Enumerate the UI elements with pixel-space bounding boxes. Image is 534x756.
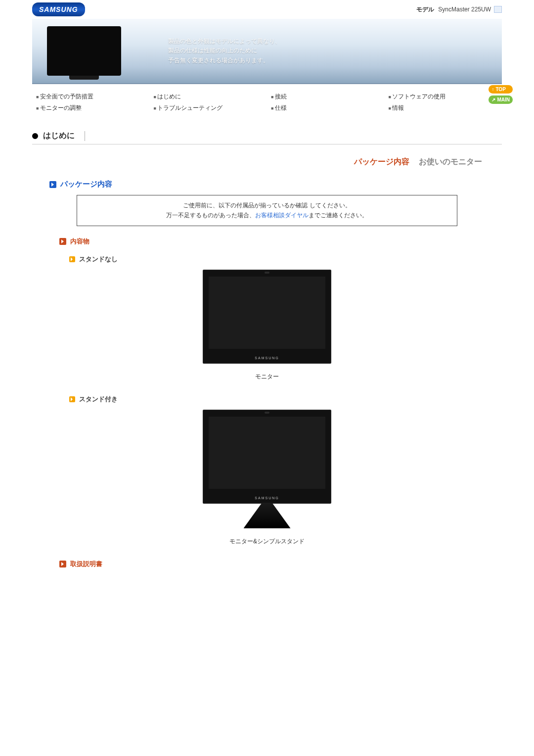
nav-connect[interactable]: 接続 [271, 91, 381, 102]
hero-monitor-image [47, 26, 121, 76]
main-button-label: MAIN [497, 97, 510, 102]
heading-package-text: パッケージ内容 [60, 180, 112, 189]
main-nav: 安全面での予防措置 モニターの調整 はじめに トラブルシューティング 接続 仕様… [32, 84, 502, 121]
monitor-brand-label: SAMSUNG [255, 356, 279, 360]
notice-line2: 万一不足するものがあった場合、お客様相談ダイヤルまでご連絡ください。 [87, 210, 447, 220]
arrow-up-icon: ↑ [491, 87, 494, 92]
main-button[interactable]: ↗ MAIN [489, 95, 513, 104]
model-dropdown-icon[interactable] [494, 6, 502, 13]
samsung-logo: SAMSUNG [32, 2, 85, 16]
nav-safety[interactable]: 安全面での予防措置 [36, 91, 146, 102]
hero-line: 予告無く変更される場合があります。 [168, 56, 281, 65]
section-title-text: はじめに [43, 131, 75, 141]
bullet-icon [32, 133, 38, 139]
model-label: モデル [416, 5, 434, 14]
tab-monitor[interactable]: お使いのモニター [419, 157, 482, 166]
arrow-right-icon [59, 561, 66, 567]
heading-manual-text: 取扱説明書 [70, 560, 102, 568]
monitor-withstand-image: SAMSUNG [203, 410, 331, 528]
nav-spec[interactable]: 仕様 [271, 102, 381, 114]
heading-withstand-text: スタンド付き [79, 395, 118, 404]
notice-line1: ご使用前に、以下の付属品が揃っているか確認 してください。 [87, 200, 447, 210]
arrow-right-icon [59, 238, 66, 245]
heading-package: パッケージ内容 [49, 180, 502, 189]
content-tabs: パッケージ内容 お使いのモニター [32, 157, 482, 167]
model-selector: モデル SyncMaster 225UW [416, 5, 502, 14]
caption-monitor: モニター [32, 373, 502, 381]
heading-nostand-text: スタンドなし [79, 255, 118, 264]
heading-withstand: スタンド付き [69, 395, 502, 404]
model-value: SyncMaster 225UW [438, 6, 491, 13]
heading-nostand: スタンドなし [69, 255, 502, 264]
heading-manual: 取扱説明書 [59, 560, 502, 568]
divider-icon [85, 131, 85, 141]
arrow-right-icon [49, 181, 56, 188]
arrow-right-icon [69, 396, 75, 402]
monitor-brand-label: SAMSUNG [255, 496, 279, 500]
brand-bar: SAMSUNG モデル SyncMaster 225UW [32, 0, 502, 19]
nav-troubleshoot[interactable]: トラブルシューティング [154, 102, 264, 114]
support-link[interactable]: お客様相談ダイヤル [255, 212, 309, 219]
top-button-label: TOP [495, 87, 505, 92]
nav-adjust[interactable]: モニターの調整 [36, 102, 146, 114]
top-button[interactable]: ↑ TOP [489, 85, 513, 94]
notice-text: 万一不足するものがあった場合、 [166, 212, 255, 219]
hero-banner: 製品の色と外観はモデルによって異なり、 製品の仕様は性能の向上のために 予告無く… [32, 19, 502, 84]
hero-line: 製品の色と外観はモデルによって異なり、 [168, 37, 281, 46]
heading-contents: 内容物 [59, 237, 502, 246]
notice-text: までご連絡ください。 [309, 212, 368, 219]
caption-monitor-stand: モニター&シンプルスタンド [32, 537, 502, 546]
arrow-right-icon [69, 256, 75, 262]
monitor-nostand-image: SAMSUNG [203, 270, 331, 364]
notice-box: ご使用前に、以下の付属品が揃っているか確認 してください。 万一不足するものがあ… [77, 195, 457, 226]
hero-text: 製品の色と外観はモデルによって異なり、 製品の仕様は性能の向上のために 予告無く… [168, 37, 281, 65]
nav-intro[interactable]: はじめに [154, 91, 264, 102]
heading-contents-text: 内容物 [70, 237, 89, 246]
nav-software[interactable]: ソフトウェアの使用 [389, 91, 498, 102]
side-buttons: ↑ TOP ↗ MAIN [489, 85, 513, 104]
hero-line: 製品の仕様は性能の向上のために [168, 46, 281, 55]
section-title: はじめに [32, 131, 502, 144]
tab-package[interactable]: パッケージ内容 [354, 157, 409, 166]
arrow-icon: ↗ [491, 97, 495, 102]
nav-info[interactable]: 情報 [389, 102, 498, 114]
